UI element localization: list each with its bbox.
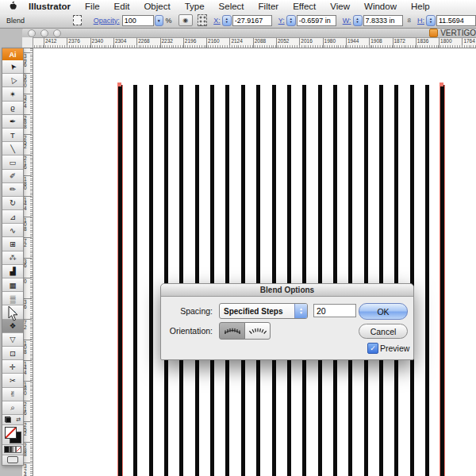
x-input[interactable] bbox=[232, 15, 272, 26]
live-paint-bucket-tool[interactable]: ▽ bbox=[2, 333, 23, 347]
swap-fill-stroke-icon[interactable]: ⇄ bbox=[16, 416, 21, 423]
reference-point-locator-icon[interactable] bbox=[198, 14, 207, 26]
checkmark-icon: ✓ bbox=[370, 344, 376, 352]
stepper-icon[interactable]: ▲▼ bbox=[426, 15, 436, 26]
color-button[interactable] bbox=[4, 446, 10, 453]
close-window-button[interactable] bbox=[28, 29, 36, 37]
rectangle-tool[interactable]: ▭ bbox=[2, 155, 23, 169]
symbol-sprayer-tool-icon: ⁂ bbox=[9, 253, 17, 262]
x-label[interactable]: X: bbox=[213, 17, 221, 25]
context-label: Blend bbox=[6, 17, 73, 25]
ruler-origin-corner bbox=[22, 37, 33, 48]
preview-checkbox[interactable]: ✓ bbox=[367, 343, 378, 354]
crop-area-tool[interactable]: ✛ bbox=[2, 360, 23, 374]
hand-tool[interactable]: ✌ bbox=[2, 388, 23, 401]
h-ruler-tick: 2052 bbox=[276, 38, 289, 44]
column-graph-tool[interactable]: ▟ bbox=[2, 265, 23, 278]
default-fill-stroke-icon[interactable] bbox=[5, 416, 11, 423]
link-dimensions-icon[interactable]: 8 bbox=[408, 17, 411, 24]
w-label[interactable]: W: bbox=[343, 17, 351, 25]
stepper-icon[interactable]: ▲▼ bbox=[353, 15, 363, 26]
v-ruler-tick: 288 bbox=[24, 116, 29, 129]
horizontal-ruler: 2412237623402304226822322196216021242088… bbox=[22, 37, 476, 48]
direct-selection-tool-icon: ▷ bbox=[7, 75, 17, 85]
opacity-dropdown-button[interactable]: ▼ bbox=[155, 15, 163, 26]
h-label[interactable]: H: bbox=[417, 17, 424, 25]
opacity-link[interactable]: Opacity: bbox=[94, 17, 120, 25]
zoom-tool[interactable]: ⌕ bbox=[2, 401, 23, 415]
direct-selection-tool[interactable]: ▷ bbox=[2, 74, 23, 87]
w-input[interactable] bbox=[363, 15, 403, 26]
orientation-align-page-button[interactable] bbox=[219, 322, 245, 340]
style-options-button[interactable]: ◉ bbox=[178, 14, 193, 26]
stepper-icon[interactable]: ▲▼ bbox=[286, 15, 296, 26]
warp-tool[interactable]: ∿ bbox=[2, 224, 23, 237]
screen-mode-button[interactable] bbox=[7, 456, 18, 463]
line-segment-tool[interactable]: ╲ bbox=[2, 142, 23, 155]
minimize-window-button[interactable] bbox=[40, 29, 48, 37]
gradient-button[interactable] bbox=[10, 446, 15, 453]
lasso-tool[interactable]: ϱ bbox=[2, 102, 23, 115]
menu-item-illustrator[interactable]: Illustrator bbox=[21, 2, 78, 11]
opacity-input[interactable] bbox=[122, 15, 154, 26]
y-input[interactable] bbox=[297, 15, 336, 26]
h-ruler-tick: 2376 bbox=[67, 38, 79, 44]
h-ruler-tick: 2412 bbox=[44, 38, 56, 44]
spacing-dropdown[interactable]: Specified Steps ▲▼ bbox=[219, 303, 308, 319]
pencil-tool[interactable]: ✏ bbox=[2, 183, 23, 197]
v-ruler-tick: 36 bbox=[24, 259, 29, 268]
v-ruler-tick: 180 bbox=[24, 382, 29, 396]
pen-tool[interactable]: ✒ bbox=[2, 115, 23, 129]
type-tool-icon: T bbox=[10, 131, 15, 140]
menu-item-filter[interactable]: Filter bbox=[251, 2, 286, 11]
selection-tool[interactable]: ➤ bbox=[2, 60, 23, 74]
menu-item-window[interactable]: Window bbox=[357, 2, 404, 11]
h-ruler-tick: 1944 bbox=[346, 38, 359, 44]
mesh-tool[interactable]: ▦ bbox=[2, 278, 23, 292]
artboard-canvas[interactable] bbox=[33, 48, 476, 476]
zoom-window-button[interactable] bbox=[53, 29, 61, 37]
blend-step-path bbox=[210, 85, 214, 476]
menu-item-type[interactable]: Type bbox=[178, 2, 212, 11]
slice-tool[interactable]: ✂ bbox=[2, 374, 23, 387]
menu-item-edit[interactable]: Edit bbox=[107, 2, 137, 11]
hand-tool-icon: ✌ bbox=[10, 390, 16, 398]
selection-indicator-icon bbox=[73, 15, 82, 25]
rotate-tool[interactable]: ↻ bbox=[2, 197, 23, 210]
y-label[interactable]: Y: bbox=[278, 17, 285, 25]
transform-field-w: W:▲▼ bbox=[343, 15, 403, 26]
tools-panel-header[interactable]: Ai bbox=[2, 48, 23, 60]
blend-step-path bbox=[364, 85, 368, 476]
ok-button[interactable]: OK bbox=[359, 303, 408, 320]
none-button[interactable] bbox=[16, 446, 21, 453]
h-ruler-tick: 2160 bbox=[206, 38, 219, 44]
fill-swatch-none[interactable] bbox=[5, 427, 17, 439]
h-input[interactable] bbox=[436, 15, 476, 26]
blend-step-path bbox=[164, 85, 168, 476]
menu-item-object[interactable]: Object bbox=[136, 2, 177, 11]
free-transform-tool[interactable]: ⊞ bbox=[2, 237, 23, 251]
dialog-titlebar[interactable]: Blend Options bbox=[161, 284, 413, 297]
tools-panel: Ai ➤▷✶ϱ✒T╲▭✐✏↻⊿∿⊞⁂▟▦▒✑❖▽⊡✛✂✌⌕ ⇄ bbox=[2, 48, 24, 466]
menu-item-effect[interactable]: Effect bbox=[286, 2, 323, 11]
symbol-sprayer-tool[interactable]: ⁂ bbox=[2, 251, 23, 265]
apple-menu[interactable] bbox=[8, 2, 17, 12]
gradient-tool[interactable]: ▒ bbox=[2, 292, 23, 305]
fill-stroke-mini-controls: ⇄ bbox=[2, 415, 23, 425]
menu-item-view[interactable]: View bbox=[323, 2, 357, 11]
stepper-icon[interactable]: ▲▼ bbox=[222, 15, 232, 26]
blend-tool[interactable]: ❖ bbox=[2, 320, 23, 333]
scale-tool[interactable]: ⊿ bbox=[2, 210, 23, 224]
menu-item-select[interactable]: Select bbox=[212, 2, 251, 11]
magic-wand-tool[interactable]: ✶ bbox=[2, 87, 23, 101]
document-window-titlebar[interactable]: VERTIGO bbox=[22, 28, 476, 38]
cancel-button[interactable]: Cancel bbox=[359, 324, 408, 339]
align-path-icon bbox=[248, 326, 267, 336]
steps-input[interactable] bbox=[313, 304, 356, 317]
paintbrush-tool[interactable]: ✐ bbox=[2, 170, 23, 183]
orientation-align-path-button[interactable] bbox=[244, 322, 271, 340]
menu-item-help[interactable]: Help bbox=[404, 2, 437, 11]
menu-item-file[interactable]: File bbox=[78, 2, 107, 11]
type-tool[interactable]: T bbox=[2, 129, 23, 142]
live-paint-selection-tool[interactable]: ⊡ bbox=[2, 347, 23, 360]
